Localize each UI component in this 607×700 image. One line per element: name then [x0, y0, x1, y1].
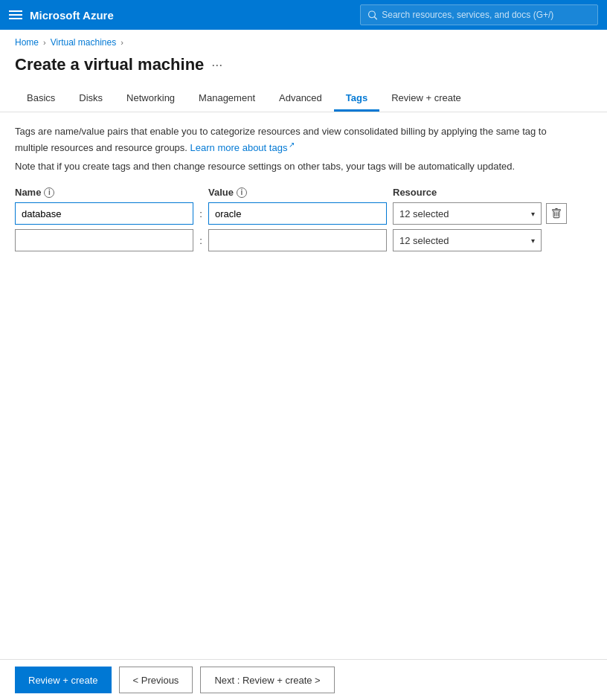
col-header-value: Value i — [208, 187, 387, 198]
content-area: Tags are name/value pairs that enable yo… — [0, 112, 607, 268]
hamburger-menu[interactable] — [9, 10, 22, 19]
app-title: Microsoft Azure — [30, 9, 353, 22]
col-header-resource: Resource — [393, 187, 543, 198]
breadcrumb-sep-2: › — [121, 38, 123, 47]
tag-value-input-1[interactable] — [208, 202, 387, 225]
value-info-icon[interactable]: i — [237, 187, 247, 198]
learn-more-link[interactable]: Learn more about tags↗ — [190, 142, 295, 153]
resource-dropdown-2[interactable]: 12 selected ▾ — [393, 229, 542, 251]
page-title: Create a virtual machine — [15, 55, 204, 74]
more-options-button[interactable]: ··· — [211, 57, 222, 73]
resource-dropdown-value-2: 12 selected — [399, 235, 449, 246]
breadcrumb-virtual-machines[interactable]: Virtual machines — [51, 37, 117, 48]
tab-management[interactable]: Management — [187, 86, 267, 112]
note-text: Note that if you create tags and then ch… — [15, 161, 565, 172]
tag-value-input-2[interactable] — [208, 229, 387, 251]
tab-review-create[interactable]: Review + create — [379, 86, 473, 112]
search-input[interactable] — [382, 10, 590, 20]
chevron-down-icon-1: ▾ — [531, 210, 535, 218]
breadcrumb-sep-1: › — [43, 38, 46, 47]
tab-tags[interactable]: Tags — [334, 86, 379, 112]
chevron-down-icon-2: ▾ — [531, 237, 535, 245]
colon-2: : — [193, 235, 208, 246]
name-info-icon[interactable]: i — [44, 187, 54, 198]
search-icon — [368, 10, 377, 20]
resource-dropdown-1[interactable]: 12 selected ▾ — [393, 202, 542, 225]
tag-name-input-1[interactable] — [15, 202, 193, 225]
col-header-name: Name i — [15, 187, 193, 198]
tags-section: Name i Value i Resource : 12 selected ▾ — [15, 187, 592, 251]
tags-header-row: Name i Value i Resource — [15, 187, 592, 198]
tag-row-1: : 12 selected ▾ — [15, 202, 592, 225]
tab-disks[interactable]: Disks — [67, 86, 115, 112]
tag-row-2: : 12 selected ▾ — [15, 229, 592, 251]
description-text: Tags are name/value pairs that enable yo… — [15, 124, 565, 155]
global-search[interactable] — [360, 4, 598, 25]
external-link-icon: ↗ — [289, 141, 295, 149]
tag-name-input-2[interactable] — [15, 229, 193, 251]
breadcrumb: Home › Virtual machines › — [0, 30, 607, 52]
colon-1: : — [193, 208, 208, 219]
resource-dropdown-value-1: 12 selected — [399, 208, 449, 219]
topbar: Microsoft Azure — [0, 0, 607, 30]
tab-networking[interactable]: Networking — [115, 86, 187, 112]
page-header: Create a virtual machine ··· — [0, 52, 607, 86]
delete-tag-button-1[interactable] — [546, 203, 567, 224]
tabs-container: Basics Disks Networking Management Advan… — [0, 86, 607, 112]
breadcrumb-home[interactable]: Home — [15, 37, 39, 48]
tab-advanced[interactable]: Advanced — [267, 86, 334, 112]
tab-basics[interactable]: Basics — [15, 86, 67, 112]
trash-icon-1 — [551, 208, 562, 219]
